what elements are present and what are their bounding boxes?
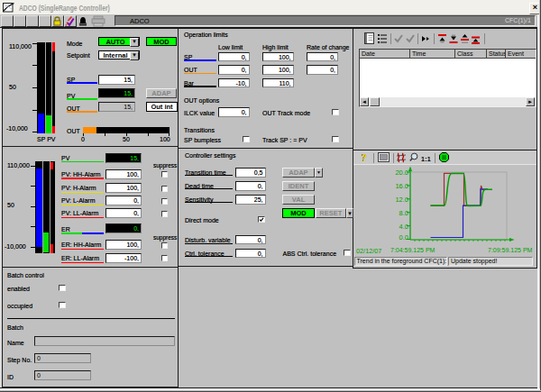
svg-text:4.0: 4.0 [399,223,408,231]
svg-text:16.0: 16.0 [395,182,408,190]
svg-text:0.0: 0.0 [399,233,408,242]
svg-text:1:1: 1:1 [421,156,431,162]
svg-text:12.0: 12.0 [395,196,408,204]
svg-text:20.0: 20.0 [395,169,408,177]
svg-text:?: ? [362,152,367,163]
svg-text:8.0: 8.0 [399,209,408,217]
